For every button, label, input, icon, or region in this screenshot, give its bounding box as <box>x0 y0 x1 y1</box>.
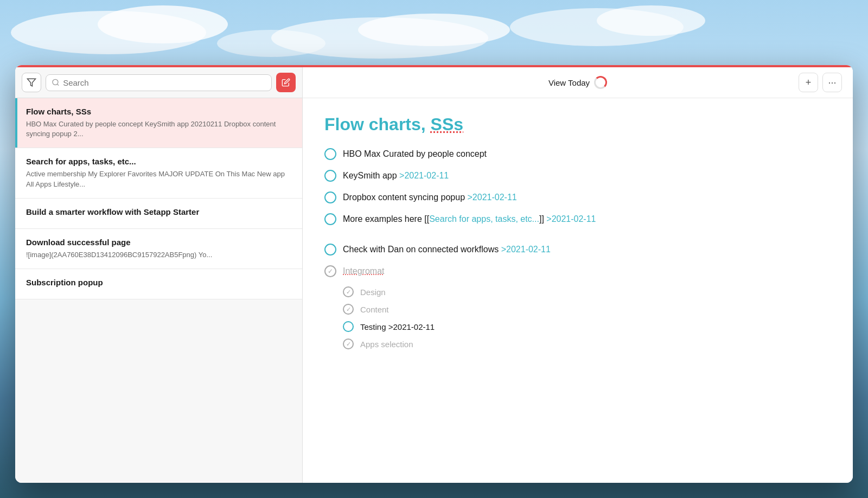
sidebar-item-preview: HBO Max Curated by people concept KeySmi… <box>26 119 291 139</box>
sidebar-item[interactable]: Subscription popup <box>15 269 302 299</box>
sidebar-item-preview: Active membership My Explorer Favorites … <box>26 169 291 189</box>
task-circle[interactable] <box>324 148 336 160</box>
task-item: Integromat <box>324 265 831 278</box>
app-window: Flow charts, SSs HBO Max Curated by peop… <box>15 65 853 483</box>
edit-button[interactable] <box>276 73 296 92</box>
task-text: More examples here [[Search for apps, ta… <box>343 213 596 226</box>
sidebar-list: Flow charts, SSs HBO Max Curated by peop… <box>15 98 302 483</box>
sidebar: Flow charts, SSs HBO Max Curated by peop… <box>15 67 303 483</box>
search-input[interactable] <box>63 78 266 87</box>
task-circle[interactable] <box>324 213 336 225</box>
task-item: Check with Dan on connected workflows >2… <box>324 243 831 256</box>
task-item: More examples here [[Search for apps, ta… <box>324 213 831 226</box>
sub-task-text: Testing >2021-02-11 <box>360 322 435 331</box>
sub-circle-done[interactable] <box>343 339 354 349</box>
sidebar-item-preview: ![image](2AA760E38D13412096BC9157922AB5F… <box>26 250 291 260</box>
filter-icon <box>27 78 36 87</box>
sidebar-item[interactable]: Search for apps, tasks, etc... Active me… <box>15 148 302 198</box>
sidebar-item[interactable]: Build a smarter workflow with Setapp Sta… <box>15 199 302 229</box>
content-header: View Today + ··· <box>303 67 853 98</box>
task-date-link[interactable]: >2021-02-11 <box>468 193 517 202</box>
add-button[interactable]: + <box>799 73 818 92</box>
task-text: HBO Max Curated by people concept <box>343 148 487 161</box>
sub-task-item: Apps selection <box>343 339 831 349</box>
loading-spinner <box>594 76 607 89</box>
task-date-link[interactable]: >2021-02-11 <box>546 214 596 224</box>
task-date-link[interactable]: >2021-02-11 <box>399 171 449 180</box>
note-title-part1: Flow charts, <box>324 114 431 134</box>
sub-task-text: Apps selection <box>360 340 413 349</box>
sidebar-item-title: Subscription popup <box>26 278 291 287</box>
section-gap <box>324 234 831 243</box>
svg-line-9 <box>58 84 59 86</box>
sidebar-header <box>15 67 302 98</box>
sub-circle-done[interactable] <box>343 304 354 315</box>
view-today-label: View Today <box>548 78 590 87</box>
sidebar-item[interactable]: Download successful page ![image](2AA760… <box>15 229 302 269</box>
content-area: View Today + ··· Flow charts, SSs <box>303 67 853 483</box>
task-date-link[interactable]: >2021-02-11 <box>501 245 551 254</box>
view-today-button[interactable]: View Today <box>548 76 607 89</box>
header-actions: + ··· <box>799 73 842 92</box>
edit-icon <box>282 78 290 87</box>
task-text-integromat: Integromat <box>343 265 384 278</box>
task-circle[interactable] <box>324 244 336 256</box>
sub-task-item: Design <box>343 286 831 297</box>
task-date-link[interactable]: >2021-02-11 <box>388 322 435 331</box>
sub-task-text: Design <box>360 288 386 297</box>
task-circle[interactable] <box>324 191 336 203</box>
sub-task-item: Content <box>343 304 831 315</box>
svg-point-8 <box>53 79 58 85</box>
sub-task-text: Content <box>360 305 389 314</box>
svg-marker-7 <box>28 79 36 86</box>
note-title-part2: SSs <box>431 114 463 134</box>
more-button[interactable]: ··· <box>822 73 842 92</box>
search-icon <box>52 78 60 87</box>
task-text-before: More examples here [[ <box>343 214 429 224</box>
sub-circle-active[interactable] <box>343 321 354 332</box>
sidebar-item-title: Download successful page <box>26 238 291 247</box>
task-text: Dropbox content syncing popup >2021-02-1… <box>343 191 517 204</box>
clouds <box>0 0 868 65</box>
sub-circle-done[interactable] <box>343 286 354 297</box>
task-item: KeySmith app >2021-02-11 <box>324 169 831 182</box>
task-text-after: ]] <box>539 214 544 224</box>
svg-point-6 <box>217 30 326 57</box>
svg-point-5 <box>597 5 705 36</box>
note-tasks: HBO Max Curated by people concept KeySmi… <box>324 148 831 349</box>
search-box[interactable] <box>46 74 272 91</box>
svg-point-3 <box>358 14 510 46</box>
filter-button[interactable] <box>22 73 41 92</box>
note-internal-link[interactable]: Search for apps, tasks, etc... <box>429 214 539 224</box>
task-text: KeySmith app >2021-02-11 <box>343 169 449 182</box>
note-title: Flow charts, SSs <box>324 114 831 135</box>
sidebar-item-title: Flow charts, SSs <box>26 107 291 116</box>
task-circle-completed[interactable] <box>324 265 336 277</box>
svg-point-1 <box>98 5 228 43</box>
sub-task-item: Testing >2021-02-11 <box>343 321 831 332</box>
task-text: Check with Dan on connected workflows >2… <box>343 243 551 256</box>
task-circle[interactable] <box>324 170 336 182</box>
task-item: Dropbox content syncing popup >2021-02-1… <box>324 191 831 204</box>
task-item: HBO Max Curated by people concept <box>324 148 831 161</box>
note-body: Flow charts, SSs HBO Max Curated by peop… <box>303 98 853 483</box>
sidebar-item-title: Build a smarter workflow with Setapp Sta… <box>26 207 291 216</box>
sidebar-item-title: Search for apps, tasks, etc... <box>26 157 291 166</box>
sub-tasks: Design Content Testing >2021-0 <box>343 286 831 349</box>
sidebar-item[interactable]: Flow charts, SSs HBO Max Curated by peop… <box>15 98 302 148</box>
